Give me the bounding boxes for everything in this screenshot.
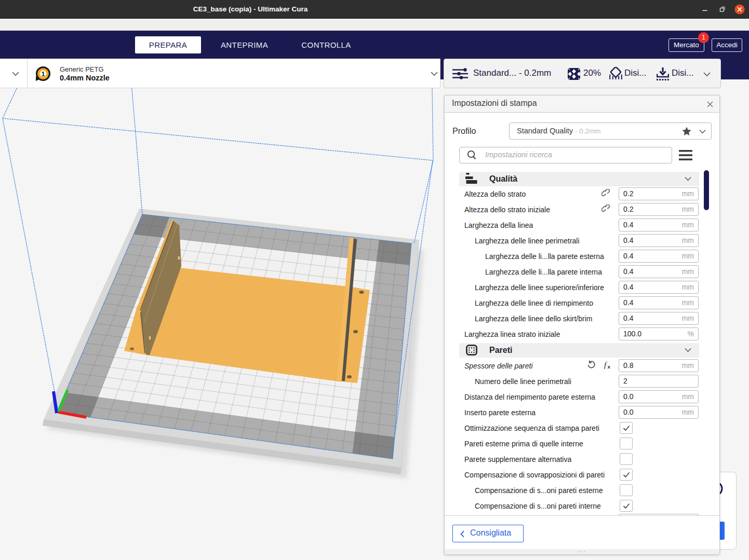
- svg-text:f: f: [604, 361, 607, 369]
- svg-text:x: x: [608, 364, 611, 370]
- svg-text:1: 1: [42, 71, 45, 78]
